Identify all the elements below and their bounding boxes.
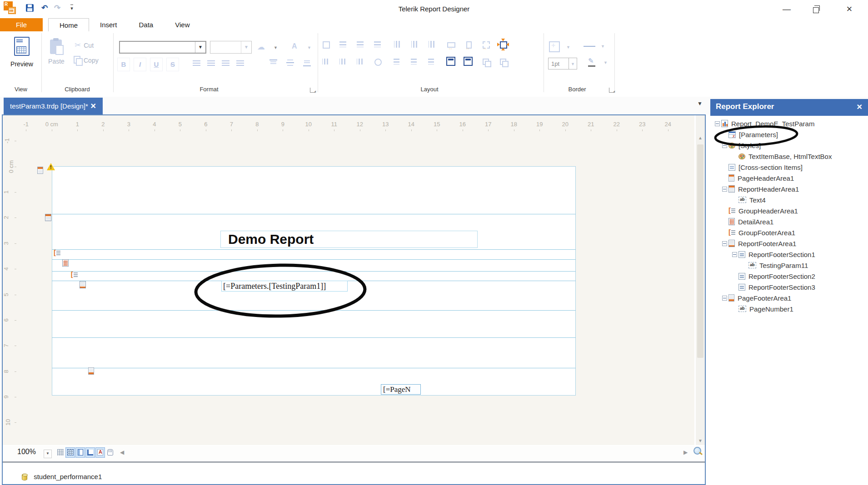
minimize-button[interactable]: — xyxy=(776,0,797,18)
section-divider[interactable] xyxy=(52,249,576,250)
chevron-down-icon[interactable]: ▼ xyxy=(195,42,205,53)
scrollbar-thumb[interactable] xyxy=(697,144,703,358)
tree-item[interactable]: PageFooterArea1 xyxy=(710,292,868,303)
bold-button[interactable]: B xyxy=(117,58,130,71)
align-left-edges-icon[interactable] xyxy=(338,40,348,49)
tree-expander[interactable] xyxy=(721,218,728,225)
tree-expander[interactable] xyxy=(731,305,738,312)
close-document-icon[interactable]: ✕ xyxy=(90,98,96,114)
align-bottom-edges-icon[interactable] xyxy=(427,40,437,49)
tree-item[interactable]: DetailArea1 xyxy=(710,216,868,227)
underline-button[interactable]: U xyxy=(150,58,163,71)
align-right-edges-icon[interactable] xyxy=(373,40,383,49)
section-divider[interactable] xyxy=(52,271,576,272)
tree-expander[interactable] xyxy=(721,142,728,149)
tree-expander[interactable] xyxy=(741,262,748,269)
parameter-expression-textbox[interactable]: [=Parameters.[TestingParam1]] xyxy=(221,281,348,292)
page-number-textbox[interactable]: [=PageN xyxy=(381,384,421,395)
border-line-style-icon[interactable] xyxy=(584,46,595,47)
tree-item[interactable]: [Parameters] xyxy=(710,129,868,140)
font-color-dropdown[interactable]: ▼ xyxy=(307,45,311,50)
ribbon-tab[interactable]: Data xyxy=(128,18,165,31)
tree-expander[interactable] xyxy=(714,120,721,127)
zoom-dropdown-icon[interactable]: ▼ xyxy=(44,450,52,458)
undo-button[interactable]: ↶ xyxy=(39,3,50,14)
section-divider[interactable] xyxy=(52,259,576,260)
align-text-right-icon[interactable] xyxy=(222,60,229,66)
window-list-dropdown-icon[interactable]: ▼ xyxy=(697,100,703,107)
font-color-button[interactable]: A xyxy=(292,42,297,50)
border-presets-dropdown[interactable]: ▼ xyxy=(566,45,570,49)
view-toggle-button[interactable] xyxy=(65,447,75,458)
tree-item[interactable]: Text4 xyxy=(710,194,868,205)
scroll-left-icon[interactable]: ◀ xyxy=(120,449,124,455)
make-same-size-icon[interactable] xyxy=(481,40,491,49)
section-divider[interactable] xyxy=(52,337,576,338)
align-text-top-icon[interactable] xyxy=(269,59,277,66)
tree-expander[interactable] xyxy=(731,153,738,160)
document-tab[interactable]: testParam3.trdp [Design]* ✕ xyxy=(4,98,103,114)
view-toggle-button[interactable] xyxy=(55,447,65,458)
dock-to-top-icon[interactable] xyxy=(446,57,455,66)
tree-item[interactable]: ReportFooterSection1 xyxy=(710,249,868,260)
border-dialog-launcher[interactable] xyxy=(609,88,614,93)
view-toggle-button[interactable] xyxy=(75,447,85,458)
redo-button[interactable]: ↷ xyxy=(52,3,63,14)
tree-item[interactable]: GroupHeaderArea1 xyxy=(710,205,868,216)
border-presets-button[interactable] xyxy=(549,41,560,52)
tree-item[interactable]: Report_DemoE_TestParam xyxy=(710,118,868,129)
tree-item[interactable]: ReportFooterArea1 xyxy=(710,238,868,249)
tree-item[interactable]: TestingParam11 xyxy=(710,260,868,271)
customize-toolbar-button[interactable]: ▾ xyxy=(66,3,77,14)
tree-item[interactable]: TextItemBase, HtmlTextBox xyxy=(710,151,868,162)
tree-expander[interactable] xyxy=(721,240,728,247)
font-size-combobox[interactable]: ▼ xyxy=(210,41,252,54)
tree-item[interactable]: [Cross-section Items] xyxy=(710,162,868,173)
copy-button[interactable]: Copy xyxy=(74,55,99,64)
tree-expander[interactable] xyxy=(731,272,738,280)
ribbon-tab[interactable]: Home xyxy=(48,18,89,31)
report-header-section-icon[interactable] xyxy=(45,214,51,221)
section-divider[interactable] xyxy=(52,368,576,368)
tree-item[interactable]: GroupFooterArea1 xyxy=(710,227,868,238)
scroll-right-icon[interactable]: ▶ xyxy=(683,449,688,455)
cut-button[interactable]: ✂Cut xyxy=(75,40,94,50)
page-footer-section-icon[interactable] xyxy=(88,367,94,375)
dock-to-left-icon[interactable] xyxy=(464,57,473,66)
border-width-dropdown[interactable]: ▼ xyxy=(569,58,577,69)
tree-item[interactable]: ReportFooterSection2 xyxy=(710,271,868,282)
font-name-combobox[interactable]: ▼ xyxy=(119,41,206,54)
tree-expander[interactable] xyxy=(721,163,728,171)
align-horizontal-centers-icon[interactable] xyxy=(355,40,365,49)
data-source-item[interactable]: student_performance1 xyxy=(22,473,102,482)
align-text-bottom-icon[interactable] xyxy=(303,59,311,66)
chevron-down-icon[interactable]: ▼ xyxy=(241,41,251,53)
border-color-button[interactable] xyxy=(588,57,597,67)
tree-expander[interactable] xyxy=(721,207,728,214)
save-button[interactable] xyxy=(25,3,35,14)
center-text-icon[interactable] xyxy=(207,60,215,66)
restore-button[interactable] xyxy=(805,0,826,18)
align-text-middle-icon[interactable] xyxy=(286,59,294,66)
scroll-up-icon[interactable]: ▲ xyxy=(696,135,705,140)
increase-vertical-spacing-icon[interactable] xyxy=(409,57,419,67)
justify-text-icon[interactable] xyxy=(236,60,244,66)
zoom-magnifier-icon[interactable] xyxy=(693,447,701,455)
close-panel-icon[interactable]: ✕ xyxy=(857,103,863,111)
format-dialog-launcher[interactable] xyxy=(310,88,315,93)
tree-expander[interactable] xyxy=(731,283,738,291)
page-header-section-icon[interactable] xyxy=(37,167,43,174)
tree-item[interactable]: PageHeaderArea1 xyxy=(710,173,868,183)
decrease-vertical-spacing-icon[interactable] xyxy=(427,57,437,67)
section-divider[interactable] xyxy=(52,310,576,311)
tree-item[interactable]: PageNumber1 xyxy=(710,303,868,314)
decrease-horizontal-spacing-icon[interactable] xyxy=(355,57,365,67)
equal-vertical-spacing-icon[interactable] xyxy=(392,57,402,67)
warning-icon[interactable] xyxy=(47,163,55,170)
tree-item[interactable]: [Styles] xyxy=(710,140,868,151)
vertical-scrollbar[interactable]: ▲ ▼ xyxy=(696,115,705,445)
align-vertical-centers-icon[interactable] xyxy=(409,40,419,49)
background-color-dropdown[interactable]: ▼ xyxy=(274,45,278,50)
ribbon-tab[interactable]: File xyxy=(0,18,43,31)
tree-expander[interactable] xyxy=(731,251,738,258)
